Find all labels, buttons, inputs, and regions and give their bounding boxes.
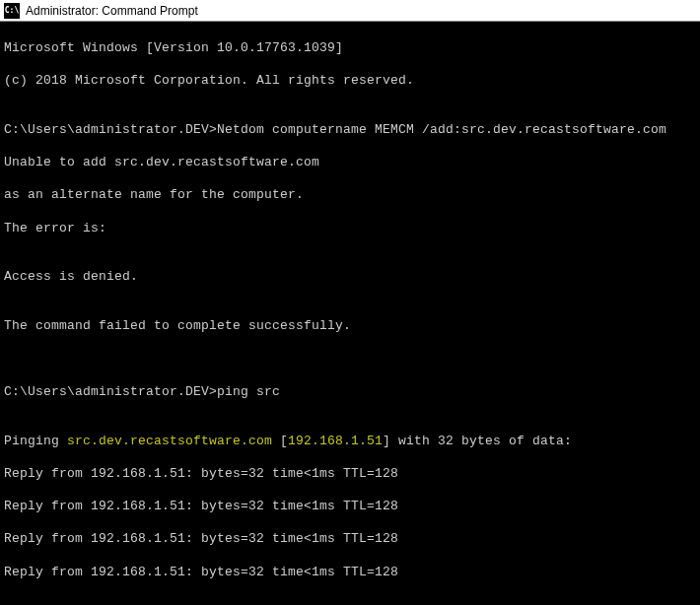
terminal-output[interactable]: Microsoft Windows [Version 10.0.17763.10… (0, 22, 700, 605)
window-titlebar[interactable]: C:\ Administrator: Command Prompt (0, 0, 700, 22)
window-title: Administrator: Command Prompt (26, 4, 198, 18)
output-line: Reply from 192.168.1.51: bytes=32 time<1… (4, 499, 696, 515)
command-text: Netdom computername MEMCM /add:src.dev.r… (217, 122, 666, 137)
text: [ (272, 434, 288, 448)
command-text: ping src (217, 384, 280, 399)
output-line: (c) 2018 Microsoft Corporation. All righ… (4, 73, 696, 90)
output-line: Reply from 192.168.1.51: bytes=32 time<1… (4, 565, 696, 581)
output-line: The error is: (4, 221, 696, 237)
prompt: C:\Users\administrator.DEV> (4, 384, 217, 399)
output-line: Access is denied. (4, 269, 696, 286)
text: ] with 32 bytes of data: (383, 434, 572, 448)
prompt: C:\Users\administrator.DEV> (4, 122, 217, 137)
output-line: Microsoft Windows [Version 10.0.17763.10… (4, 40, 696, 57)
prompt-line: C:\Users\administrator.DEV>Netdom comput… (4, 122, 696, 139)
output-line: Pinging src.dev.recastsoftware.com [192.… (4, 434, 696, 450)
prompt-line: C:\Users\administrator.DEV>ping src (4, 384, 696, 401)
text: Pinging (4, 434, 67, 448)
cmd-icon: C:\ (4, 3, 20, 19)
output-line: Unable to add src.dev.recastsoftware.com (4, 155, 696, 171)
resolved-host: src.dev.recastsoftware.com (67, 434, 272, 448)
output-line: Reply from 192.168.1.51: bytes=32 time<1… (4, 466, 696, 483)
resolved-ip: 192.168.1.51 (288, 434, 383, 448)
output-line: as an alternate name for the computer. (4, 187, 696, 204)
output-line: The command failed to complete successfu… (4, 318, 696, 335)
output-line: Reply from 192.168.1.51: bytes=32 time<1… (4, 531, 696, 548)
